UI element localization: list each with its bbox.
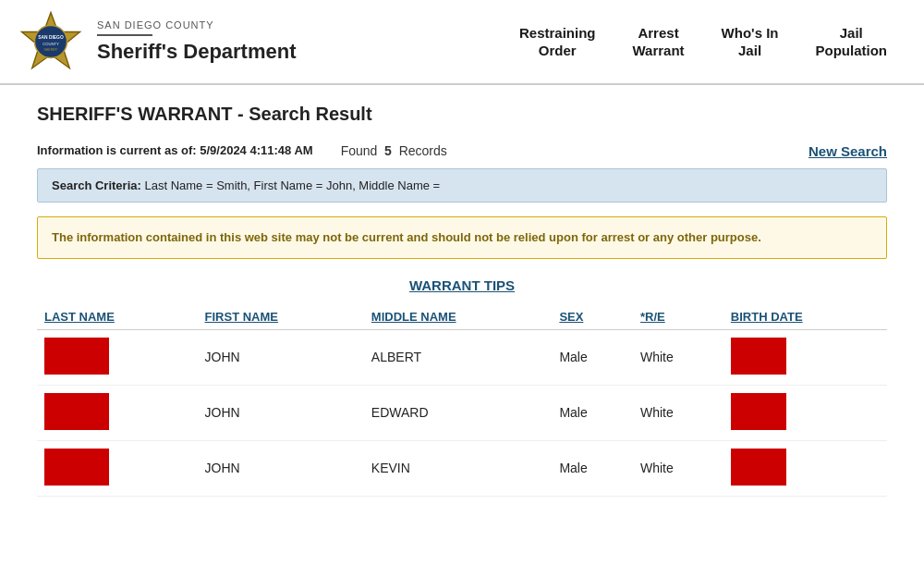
cell-sex: Male xyxy=(552,329,633,385)
cell-birth-date xyxy=(723,329,887,385)
header-subtitle: SAN DIEGO COUNTY xyxy=(97,19,297,31)
results-table: LAST NAME FIRST NAME MIDDLE NAME SEX *R/… xyxy=(37,304,887,497)
svg-text:SHERIFF: SHERIFF xyxy=(44,48,58,52)
search-criteria-label: Search Criteria: xyxy=(52,178,141,192)
redacted-birth-date xyxy=(731,393,786,430)
cell-first-name: JOHN xyxy=(198,440,364,496)
cell-middle-name: KEVIN xyxy=(364,440,553,496)
cell-sex: Male xyxy=(552,385,633,440)
col-sex[interactable]: SEX xyxy=(552,304,633,330)
table-row: JOHNKEVINMaleWhite xyxy=(37,440,887,496)
main-nav: Restraining Order Arrest Warrant Who's I… xyxy=(501,15,906,69)
col-middle-name[interactable]: MIDDLE NAME xyxy=(364,304,553,330)
warrant-tips-heading[interactable]: WARRANT TIPS xyxy=(37,277,887,293)
redacted-last-name xyxy=(44,449,109,486)
header-divider xyxy=(97,34,152,36)
table-body: JOHNALBERTMaleWhiteJOHNEDWARDMaleWhiteJO… xyxy=(37,329,887,496)
svg-text:COUNTY: COUNTY xyxy=(43,42,59,46)
found-count: 5 xyxy=(384,143,392,158)
cell-first-name: JOHN xyxy=(198,329,364,385)
cell-middle-name: ALBERT xyxy=(364,329,553,385)
redacted-birth-date xyxy=(731,449,786,486)
table-row: JOHNALBERTMaleWhite xyxy=(37,329,887,385)
cell-re: White xyxy=(633,440,723,496)
search-criteria-box: Search Criteria: Last Name = Smith, Firs… xyxy=(37,168,887,203)
redacted-last-name xyxy=(44,393,109,430)
nav-restraining-order[interactable]: Restraining Order xyxy=(501,15,614,69)
cell-middle-name: EDWARD xyxy=(364,385,553,440)
col-re[interactable]: *R/E xyxy=(633,304,723,330)
header-title-block: SAN DIEGO COUNTY Sheriff's Department xyxy=(97,19,297,64)
cell-re: White xyxy=(633,385,723,440)
info-current-text: Information is current as of: 5/9/2024 4… xyxy=(37,143,313,157)
cell-birth-date xyxy=(723,440,887,496)
cell-last-name xyxy=(37,440,198,496)
svg-text:SAN DIEGO: SAN DIEGO xyxy=(38,35,64,40)
warning-text: The information contained in this web si… xyxy=(52,230,761,244)
table-header: LAST NAME FIRST NAME MIDDLE NAME SEX *R/… xyxy=(37,304,887,330)
cell-birth-date xyxy=(723,385,887,440)
cell-first-name: JOHN xyxy=(198,385,364,440)
table-row: JOHNEDWARDMaleWhite xyxy=(37,385,887,440)
page-title: SHERIFF'S WARRANT - Search Result xyxy=(37,104,887,125)
nav-whos-in-jail[interactable]: Who's In Jail xyxy=(703,15,797,69)
info-bar: Information is current as of: 5/9/2024 4… xyxy=(37,143,887,159)
redacted-birth-date xyxy=(731,338,786,375)
sheriff-badge-logo: SAN DIEGO COUNTY SHERIFF xyxy=(18,9,83,74)
redacted-last-name xyxy=(44,338,109,375)
cell-last-name xyxy=(37,385,198,440)
col-birth-date[interactable]: BIRTH DATE xyxy=(723,304,887,330)
found-records-text: Found 5 Records xyxy=(341,143,808,158)
cell-last-name xyxy=(37,329,198,385)
site-header: SAN DIEGO COUNTY SHERIFF SAN DIEGO COUNT… xyxy=(0,0,924,85)
records-label: Records xyxy=(399,143,447,158)
header-title: Sheriff's Department xyxy=(97,40,297,64)
cell-re: White xyxy=(633,329,723,385)
search-criteria-value: Last Name = Smith, First Name = John, Mi… xyxy=(144,178,440,192)
col-last-name[interactable]: LAST NAME xyxy=(37,304,198,330)
nav-arrest-warrant[interactable]: Arrest Warrant xyxy=(614,15,702,69)
nav-jail-population[interactable]: Jail Population xyxy=(797,15,906,69)
cell-sex: Male xyxy=(552,440,633,496)
col-first-name[interactable]: FIRST NAME xyxy=(198,304,364,330)
main-content: SHERIFF'S WARRANT - Search Result Inform… xyxy=(0,85,924,515)
warning-box: The information contained in this web si… xyxy=(37,216,887,259)
new-search-link[interactable]: New Search xyxy=(808,143,887,159)
found-label: Found xyxy=(341,143,378,158)
